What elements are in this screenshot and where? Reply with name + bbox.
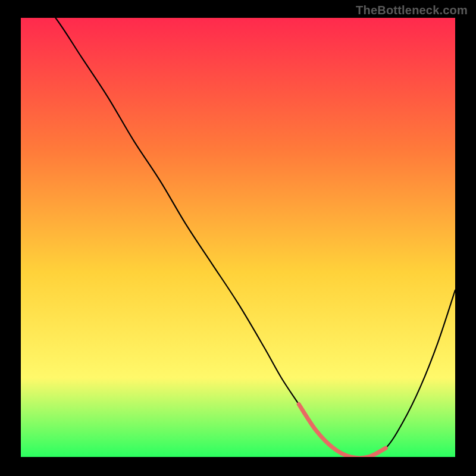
bottleneck-chart [0, 0, 476, 476]
watermark-text: TheBottleneck.com [356, 4, 468, 17]
chart-stage: TheBottleneck.com [0, 0, 476, 476]
gradient-plot-area [21, 18, 455, 457]
